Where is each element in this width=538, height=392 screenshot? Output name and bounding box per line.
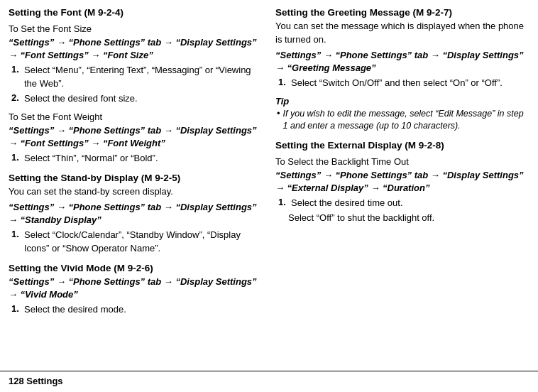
greeting-section: Setting the Greeting Message (M 9-2-7) Y…: [275, 7, 529, 133]
item2-text: Select the desired font size.: [24, 92, 138, 106]
content-area: Setting the Font (M 9-2-4) To Set the Fo…: [0, 0, 538, 371]
tip-bullet: • If you wish to edit the message, selec…: [277, 108, 529, 133]
font-weight-nav: “Settings” → “Phone Settings” tab → “Dis…: [9, 124, 264, 150]
greeting-item1: 1. Select “Switch On/Off” and then selec…: [278, 77, 529, 90]
font-section-title: Setting the Font (M 9-2-4): [9, 7, 264, 18]
ext-item1-text: Select the desired time out.: [291, 197, 403, 210]
standby-section: Setting the Stand-by Display (M 9-2-5) Y…: [9, 173, 264, 256]
font-size-item2: 2. Select the desired font size.: [11, 92, 264, 106]
standby-body: You can set the stand-by screen display.: [9, 185, 264, 199]
standby-nav: “Settings” → “Phone Settings” tab → “Dis…: [9, 201, 264, 227]
tip-title: Tip: [275, 96, 529, 107]
right-column: Setting the Greeting Message (M 9-2-7) Y…: [275, 7, 529, 371]
vivid-item1-text: Select the desired mode.: [24, 303, 126, 317]
standby-title: Setting the Stand-by Display (M 9-2-5): [9, 173, 264, 183]
tip-section: Tip • If you wish to edit the message, s…: [275, 96, 529, 133]
vivid-item1-num: 1.: [11, 303, 21, 317]
font-weight-subtitle: To Set the Font Weight: [9, 111, 264, 122]
external-display-title: Setting the External Display (M 9-2-8): [275, 140, 529, 151]
item1-num: 1.: [11, 64, 21, 91]
vivid-item1: 1. Select the desired mode.: [11, 303, 264, 317]
ext-item1-sub: Select “Off” to shut the backlight off.: [288, 212, 529, 225]
greeting-item1-num: 1.: [278, 77, 288, 90]
greeting-item1-text: Select “Switch On/Off” and then select “…: [291, 77, 503, 90]
greeting-nav: “Settings” → “Phone Settings” tab → “Dis…: [275, 49, 529, 75]
item3-num: 1.: [11, 152, 21, 165]
item1-text: Select “Menu”, “Entering Text”, “Messagi…: [24, 64, 264, 91]
standby-item1: 1. Select “Clock/Calendar”, “Standby Win…: [11, 229, 264, 256]
greeting-title: Setting the Greeting Message (M 9-2-7): [275, 7, 529, 18]
tip-text: If you wish to edit the message, select …: [283, 108, 529, 133]
vivid-title: Setting the Vivid Mode (M 9-2-6): [9, 263, 264, 273]
vivid-section: Setting the Vivid Mode (M 9-2-6) “Settin…: [9, 263, 264, 317]
footer: 128 Settings: [0, 371, 538, 392]
vivid-nav: “Settings” → “Phone Settings” tab → “Dis…: [9, 276, 264, 301]
external-display-item1: 1. Select the desired time out.: [278, 197, 529, 210]
tip-bullet-dot: •: [277, 108, 280, 133]
footer-text: 128 Settings: [9, 376, 63, 386]
font-size-nav: “Settings” → “Phone Settings” tab → “Dis…: [9, 36, 264, 62]
greeting-body: You can set the message which is display…: [275, 20, 529, 47]
standby-item1-text: Select “Clock/Calendar”, “Standby Window…: [24, 229, 264, 256]
font-size-subtitle: To Set the Font Size: [9, 23, 264, 34]
backlight-subtitle: To Select the Backlight Time Out: [275, 156, 529, 167]
left-column: Setting the Font (M 9-2-4) To Set the Fo…: [9, 7, 264, 371]
page: Setting the Font (M 9-2-4) To Set the Fo…: [0, 0, 538, 392]
external-display-section: Setting the External Display (M 9-2-8) T…: [275, 140, 529, 225]
item3-text: Select “Thin”, “Normal” or “Bold”.: [24, 152, 158, 165]
font-section: Setting the Font (M 9-2-4) To Set the Fo…: [9, 7, 264, 165]
item2-num: 2.: [11, 92, 21, 106]
font-weight-item1: 1. Select “Thin”, “Normal” or “Bold”.: [11, 152, 264, 165]
ext-item1-num: 1.: [278, 197, 288, 210]
standby-item1-num: 1.: [11, 229, 21, 256]
font-size-item1: 1. Select “Menu”, “Entering Text”, “Mess…: [11, 64, 264, 91]
external-display-nav: “Settings” → “Phone Settings” tab → “Dis…: [275, 169, 529, 195]
